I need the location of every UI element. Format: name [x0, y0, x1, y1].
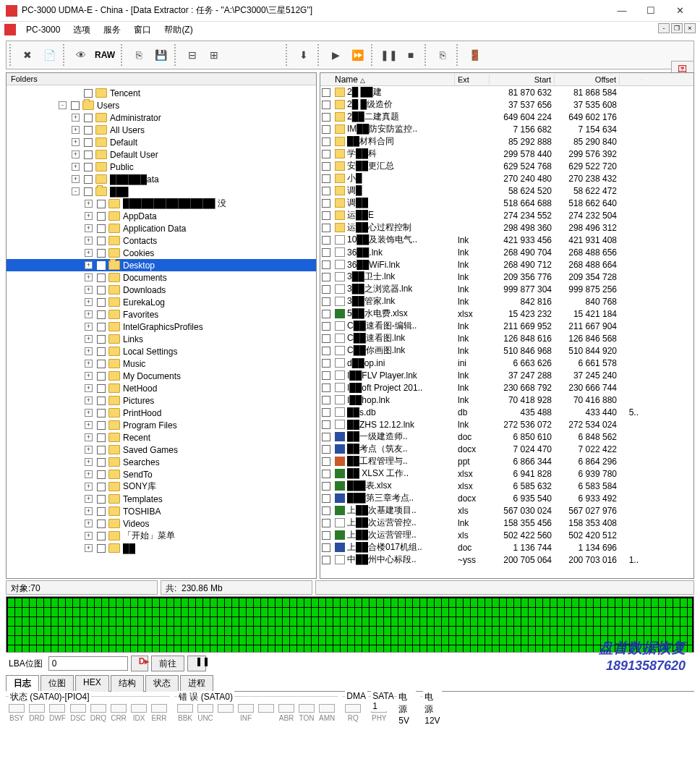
tree-checkbox[interactable] — [84, 126, 93, 135]
tools-icon[interactable]: ✖ — [17, 44, 38, 66]
expander-icon[interactable]: + — [85, 335, 93, 343]
expander-icon[interactable]: + — [85, 347, 93, 355]
file-row[interactable]: C██速看图.lnklnk126 848 616126 846 568 — [320, 332, 693, 344]
expander-icon[interactable]: + — [85, 360, 93, 368]
file-row[interactable]: C██你画图.lnklnk510 846 968510 844 920 — [320, 344, 693, 357]
expander-icon[interactable]: + — [85, 397, 93, 404]
close-button[interactable]: ✕ — [665, 1, 694, 21]
file-checkbox[interactable] — [322, 334, 330, 343]
file-row[interactable]: I██oft Project 201..lnk230 668 792230 66… — [320, 381, 693, 394]
tree-checkbox[interactable] — [97, 310, 106, 319]
expander-icon[interactable]: + — [85, 384, 93, 392]
tree-checkbox[interactable] — [97, 286, 106, 294]
expander-icon[interactable]: + — [72, 114, 80, 122]
file-row[interactable]: 运██E274 234 552274 232 504 — [320, 209, 693, 221]
file-checkbox[interactable] — [322, 101, 330, 109]
file-row[interactable]: 36██WiFi.lnklnk268 490 712268 488 664 — [320, 258, 693, 271]
file-row[interactable]: 2██二建真题649 604 224649 602 176 — [320, 111, 693, 123]
expander-icon[interactable]: + — [85, 458, 93, 466]
tree-item[interactable]: +Program Files — [7, 419, 316, 431]
lba-flag-icon[interactable]: D▸ — [131, 656, 148, 671]
expander-icon[interactable]: + — [85, 372, 93, 380]
expander-icon[interactable]: + — [85, 544, 93, 552]
file-row[interactable]: 小█270 240 480270 238 432 — [320, 172, 693, 185]
tree-checkbox[interactable] — [97, 347, 106, 356]
file-row[interactable]: I██hop.lnklnk70 418 92870 416 880 — [320, 394, 693, 406]
tree-item[interactable]: +SendTo — [7, 468, 316, 480]
tree-item[interactable]: +AppData — [7, 210, 316, 222]
file-row[interactable]: 上██次运营管控..lnk158 355 456158 353 408 — [320, 517, 693, 529]
file-checkbox[interactable] — [322, 494, 330, 503]
expander-icon[interactable]: + — [85, 261, 93, 269]
tree-checkbox[interactable] — [97, 249, 106, 258]
menu-services[interactable]: 服务 — [98, 22, 127, 38]
expander-icon[interactable]: + — [85, 409, 93, 417]
tree-item[interactable]: +Application Data — [7, 222, 316, 234]
file-row[interactable]: ██ XLSX 工作..xlsx6 941 8286 939 780 — [320, 467, 693, 480]
tree-item[interactable]: +██ — [7, 542, 316, 554]
tab-process[interactable]: 进程 — [180, 675, 213, 692]
file-row[interactable]: ██s.dbdb435 488433 4405.. — [320, 406, 693, 418]
file-row[interactable]: 调█58 624 52058 622 472 — [320, 185, 693, 197]
file-row[interactable]: I██FLV Player.lnklnk37 247 28837 245 240 — [320, 369, 693, 381]
tab-bitmap[interactable]: 位图 — [40, 675, 74, 692]
expander-icon[interactable]: + — [85, 483, 93, 491]
tree-checkbox[interactable] — [97, 544, 106, 553]
tree-item[interactable]: +Cookies — [7, 247, 316, 259]
file-checkbox[interactable] — [322, 396, 330, 404]
file-checkbox[interactable] — [322, 88, 330, 97]
tree-checkbox[interactable] — [97, 507, 106, 516]
file-checkbox[interactable] — [322, 506, 330, 515]
minimize-button[interactable]: — — [607, 1, 636, 21]
expander-icon[interactable]: + — [72, 126, 80, 134]
tree-checkbox[interactable] — [84, 175, 93, 184]
expander-icon[interactable]: + — [72, 138, 80, 146]
file-row[interactable]: ███第三章考点..docx6 935 5406 933 492 — [320, 492, 693, 504]
tree-checkbox[interactable] — [97, 200, 106, 208]
tree-checkbox[interactable] — [97, 532, 106, 540]
tree-item[interactable]: +PrintHood — [7, 407, 316, 419]
file-row[interactable]: IM██防安防监控..7 156 6827 154 634 — [320, 123, 693, 135]
file-row[interactable]: ██工程管理与..ppt6 866 3446 864 296 — [320, 455, 693, 467]
copy-icon[interactable]: ⎘ — [432, 44, 453, 66]
file-row[interactable]: 调██518 664 688518 662 640 — [320, 197, 693, 209]
menu-options[interactable]: 选项 — [67, 22, 96, 38]
file-checkbox[interactable] — [322, 543, 330, 552]
menu-app[interactable]: PC-3000 — [20, 23, 66, 36]
tab-hex[interactable]: HEX — [75, 675, 109, 692]
tree-item[interactable]: +Music — [7, 357, 316, 370]
menu-window[interactable]: 窗口 — [128, 22, 157, 38]
tree-checkbox[interactable] — [97, 323, 106, 331]
file-row[interactable]: 安██更汇总629 524 768629 522 720 — [320, 160, 693, 172]
tree-checkbox[interactable] — [97, 458, 106, 467]
tree-item[interactable]: +███████████████ 没 — [7, 198, 316, 210]
import-icon[interactable]: ⬇ — [293, 44, 315, 66]
expander-icon[interactable]: - — [72, 187, 80, 195]
col-name[interactable]: Name △ — [332, 74, 455, 85]
document-icon[interactable]: 📄 — [38, 44, 60, 66]
file-row[interactable]: 3██管家.lnklnk842 816840 768 — [320, 295, 693, 308]
expander-icon[interactable]: + — [85, 507, 93, 515]
tree-item[interactable]: +Pictures — [7, 394, 316, 407]
file-row[interactable]: 上██次运营管理..xls502 422 560502 420 512 — [320, 529, 693, 541]
file-checkbox[interactable] — [322, 285, 330, 294]
tree-checkbox[interactable] — [97, 298, 106, 307]
file-checkbox[interactable] — [322, 420, 330, 429]
file-row[interactable]: 上██次基建项目..xls567 030 024567 027 976 — [320, 504, 693, 517]
go-button[interactable]: 前往 — [151, 656, 184, 671]
col-offset[interactable]: Offset — [555, 75, 620, 85]
tree-item[interactable]: +Templates — [7, 493, 316, 505]
tab-status[interactable]: 状态 — [145, 675, 179, 692]
file-checkbox[interactable] — [322, 150, 330, 158]
file-checkbox[interactable] — [322, 470, 330, 478]
file-row[interactable]: ██一级建造师..doc6 850 6106 848 562 — [320, 431, 693, 443]
tree-item[interactable]: -Users — [7, 99, 316, 111]
file-checkbox[interactable] — [322, 248, 330, 257]
stop-icon[interactable]: ■ — [400, 44, 422, 66]
file-checkbox[interactable] — [322, 383, 330, 392]
file-row[interactable]: ██ZHS 12.12.lnklnk272 536 072272 534 024 — [320, 418, 693, 431]
menu-help[interactable]: 帮助(Z) — [158, 22, 198, 38]
file-row[interactable]: 学██科299 578 440299 576 392 — [320, 148, 693, 160]
export-icon[interactable]: ⎘ — [128, 44, 150, 66]
file-row[interactable]: 3██之浏览器.lnklnk999 877 304999 875 256 — [320, 283, 693, 295]
